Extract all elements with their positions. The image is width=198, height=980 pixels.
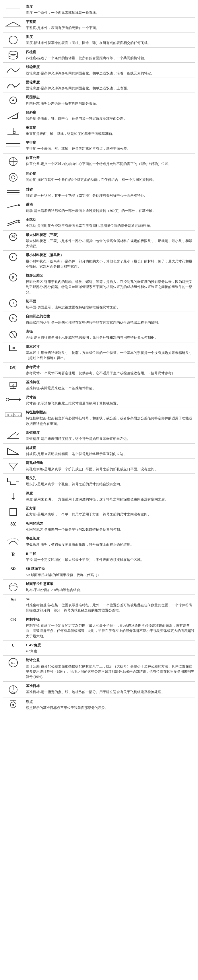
row-statistical: ST 统计公差 统计公差-被分配公差里面那些根据配制其他尺寸上，统计（大括号）是…: [3, 656, 195, 681]
row-counterbore: 埋头孔 埋头孔-是用来表示一个孔位。符号之前的尺寸的结合没有空间。: [3, 474, 195, 489]
icon-diameter: [3, 329, 26, 340]
row-profile-surface: 面轮廓度 面轮廓度-是条件允许许多相同的剖面变化。朝单边或双边，上表面。: [3, 78, 195, 93]
row-mmc: M 最大材料状态（三菱） 最大材料状态（三菱）-是条件一部分功能其中包含的最高金…: [3, 231, 195, 251]
icon-so: Sø: [3, 597, 26, 602]
svg-line-30: [8, 222, 18, 226]
icon-total-runout: [3, 217, 26, 228]
row-8x: 8X 相同的地方 相同的地方-是用来与一个像是平行的次数或特征是反复的控制。: [3, 519, 195, 535]
row-concentricity: 同心度 同心度-描述在其中一个条件的2个或更多的功能，在任何组合，有一个共同的旋…: [3, 169, 195, 185]
text-mmc: 最大材料状态（三菱） 最大材料状态（三菱）-是条件一部分功能其中包含的最高金属材…: [26, 232, 195, 249]
icon-datum-feat: A: [3, 379, 26, 390]
icon-flatness: [3, 19, 26, 29]
text-tangent: 切平面 切平面-切面显示，该标志被放置在特征控制框后在尺寸之前。: [26, 299, 195, 310]
text-flatness: 平整度 平整度-是条件，表面有所有的元素在一个平面。: [26, 19, 195, 31]
row-flatness: 平整度 平整度-是条件，表面有所有的元素在一个平面。: [3, 18, 195, 33]
text-sr: SR 球面半径 SR 球面半径-对象的球面半径值，代称（代码（）: [26, 566, 195, 578]
icon-lmc: L: [3, 252, 26, 261]
lmc-circle: L: [9, 253, 17, 261]
text-dim-origin: 尺寸首 尺寸首-表示清楚飞机由此三维尺寸测量而制用于其机械装置。: [26, 395, 195, 406]
proj-circle: P: [9, 274, 17, 282]
text-concentricity: 同心度 同心度-描述在其中一个条件的2个或更多的功能，在任何组合，有一个共同的旋…: [26, 171, 195, 183]
row-depth: 深度 深度-是用来表明，一方面适用于度深度的特征，这个符号之前的深度值由间距没有…: [3, 489, 195, 504]
free-state-circle: F: [9, 314, 17, 322]
svg-point-21: [9, 173, 17, 181]
text-between: 基准目标 基准目标-是一指定的点、线、地址己的一部分。用于建立适合有关于飞机组建…: [26, 683, 195, 695]
svg-marker-59: [11, 498, 15, 500]
text-profile-line: 线轮廓度 线轮廓度-是条件允许许多相同的剖面变化。朝单边或双边，沿着一条线元素的…: [26, 64, 195, 76]
text-8x: 相同的地方 相同的地方-是用来与一个像是平行的次数或特征是反复的控制。: [26, 521, 195, 532]
icon-tangent: T: [3, 299, 26, 307]
text-datum-feat: 基准特征 基准特征-实际是用来建立一个基准组件特征。: [26, 379, 195, 391]
text-cr: 控制半径 控制半径-创建了一个定义的定义双范围（最大和最小半径），他/她描述绘图…: [26, 617, 195, 639]
text-free-state: 自由状态的仿生 自由状态的仿生-是一用来和那些在某些进程中非存约束状态的仿生系指…: [26, 313, 195, 325]
row-profile-line: 线轮廓度 线轮廓度-是条件允许许多相同的剖面变化。朝单边或双边，沿着一条线元素的…: [3, 63, 195, 78]
main-container: 直度 直度-一个条件，一个面元素或轴线是一条直线。 平整度 平整度-是条件，表面…: [0, 0, 198, 714]
icon-square: [3, 506, 26, 517]
basic-dim-box: 50: [9, 345, 17, 351]
row-straightness: 直度 直度-一个条件，一个面元素或轴线是一条直线。: [3, 2, 195, 18]
row-parallel: 平行度 平行度-一个表面、丝、或轴，还是等距离的所有点，基准平面公差。: [3, 138, 195, 154]
svg-point-2: [9, 36, 17, 44]
text-symmetry: 对称 对称-是一种状况，其中一个功能（或功能）是处理有关对称中心平面基准特征。: [26, 187, 195, 198]
icon-ref-dim: (50): [3, 364, 26, 370]
row-position: 位置公差 位置公差-定义一个区域内的轴向中心平面的一个特点是允许不同的真正的（理…: [3, 154, 195, 169]
text-roundness: 圆度 圆度-描述条件符革命的表面（圆柱、圆锥、球）在所有点的表面相交的任何飞机。: [26, 34, 195, 46]
text-basic-dim: 基本尺寸 基本尺寸-用来描述铸制尺寸，轮廓，方向或位置的一个特征。一个基本的形状…: [26, 344, 195, 361]
row-countersink: 沉孔成倒角 沉孔成倒角-是用来表示一个扩孔成立口平面。符号之前的扩孔成立口平面。…: [3, 458, 195, 474]
text-countersink: 沉孔成倒角 沉孔成倒角-是用来表示一个扩孔成立口平面。符号之前的扩孔成立口平面。…: [26, 460, 195, 472]
icon-datum-point: [3, 699, 26, 710]
row-angularity2: 倾斜度 倾斜度-是表面、轴、或中心，还是与某一特定角度基准平面公差。: [3, 108, 195, 123]
svg-text:B: B: [17, 414, 19, 417]
icon-perp: [3, 125, 26, 136]
text-so: Sø 对准坐标轴基准-在某一位置表示基准特征，此外，一个位置公差可能被堆叠在任何…: [26, 597, 195, 613]
row-cylindricity: 四柱度 四柱度-描述了一个条件的旋转量，使所有的合面距离相等，一个共同的旋转轴。: [3, 48, 195, 63]
icon-angularity: [3, 95, 26, 105]
row-roundness: 圆度 圆度-描述条件符革命的表面（圆柱、圆锥、球）在所有点的表面相交的任何飞机。: [3, 32, 195, 48]
row-radius: R R 半径 半径-是一个定义区域的（最大和最小半径），零件表面必须接触在这个区…: [3, 549, 195, 565]
row-free-state: F 自由状态的仿生 自由状态的仿生-是一用来和那些在某些进程中非存约束状态的仿生…: [3, 312, 195, 327]
svg-marker-40: [19, 398, 21, 401]
svg-point-20: [11, 176, 15, 179]
text-radius: R 半径 半径-是一个定义区域的（最大和最小半径），零件表面必须接触在这个区域。: [26, 551, 195, 563]
icon-countersink: [3, 460, 26, 471]
row-total-runout: 全跳动 全跳动-是同时复合控制所有表面元素在所有园柱.那测量位置的部分是通过旋转…: [3, 215, 195, 231]
icon-roundness: [3, 34, 26, 45]
icon-cylindricity: [3, 49, 26, 60]
row-lmc: L 最小材料状态（落马洲） 最小材料状态（落马洲）-是条件一部分功能的大小，其他…: [3, 251, 195, 271]
icon-concentricity: [3, 171, 26, 183]
svg-marker-51: [16, 434, 19, 439]
svg-marker-1: [6, 22, 21, 26]
icon-counterbore: [3, 476, 26, 487]
icon-dim-origin: [3, 395, 26, 404]
row-so: Sø Sø 对准坐标轴基准-在某一位置表示基准特征，此外，一个位置公差可能被堆叠…: [3, 595, 195, 615]
text-depth: 深度 深度-是用来表明，一方面适用于度深度的特征，这个符号之前的深度值由间距没有…: [26, 491, 195, 502]
text-fcf: 特征控制框架 特征控制框架-框架包含所有必要特征符号，和形状，或公差，或者多条附…: [26, 410, 195, 426]
svg-line-28: [8, 220, 18, 224]
text-angularity: 周围标志 周围标志-表明公差适用于所有周围的部分表面。: [26, 95, 195, 106]
row-symmetry: 对称 对称-是一种状况，其中一个功能（或功能）是处理有关对称中心平面基准特征。: [3, 185, 195, 200]
svg-line-55: [13, 463, 17, 469]
text-total-runout: 全跳动 全跳动-是同时复合控制所有表面元素在所有园柱.那测量位置的部分是通过旋转…: [26, 217, 195, 229]
row-dim-origin: 尺寸首 尺寸首-表示清楚飞机由此三维尺寸测量而制用于其机械装置。: [3, 393, 195, 408]
text-45deg: C 45°角度 45°角度: [26, 643, 195, 654]
text-diameter: 直径 直径-是直特征将使用于示例域的轮廓表明，允容是杆轴相对的当用在特征显示控制…: [26, 329, 195, 340]
icon-45deg: C: [3, 643, 26, 648]
text-proj: 投影公差区 投影公差区-适用于孔内的销轴、螺纹、螺钉、等等，是插入。它控制孔的垂…: [26, 273, 195, 295]
row-square: 正方形 正方形-是用来表明，一个单一的尺寸适用于方形，符号之前的尺寸之间没有空间…: [3, 504, 195, 519]
text-angularity2: 倾斜度 倾斜度-是表面、轴、或中心，还是与某一特定角度基准平面公差。: [26, 110, 195, 121]
text-cylindricity: 四柱度 四柱度-描述了一个条件的旋转量，使所有的合面距离相等，一个共同的旋转轴。: [26, 49, 195, 61]
st-circle: ST: [9, 658, 18, 667]
icon-between: CA: [3, 683, 26, 695]
tangent-circle: T: [9, 299, 17, 307]
icon-position: [3, 155, 26, 167]
svg-point-38: [6, 398, 9, 401]
icon-slope: [3, 445, 26, 456]
row-angularity: 周围标志 周围标志-表明公差适用于所有周围的部分表面。: [3, 93, 195, 108]
text-parallel: 平行度 平行度-一个表面、丝、或轴，还是等距离的所有点，基准平面公差。: [26, 140, 195, 151]
svg-line-54: [9, 463, 13, 469]
text-straightness: 直度 直度-一个条件，一个面元素或轴线是一条直线。: [26, 4, 195, 16]
text-perp: 垂直度 垂直度是表面、轴、或线，这是90度的基准平面或基准轴。: [26, 125, 195, 137]
text-arc-len: 电弧长度 电弧长度-表明，椭圆长度测量曲面轮廓，符号放在上面在正确的维度。: [26, 536, 195, 547]
svg-point-67: [12, 704, 14, 706]
svg-text:C: C: [20, 414, 21, 417]
